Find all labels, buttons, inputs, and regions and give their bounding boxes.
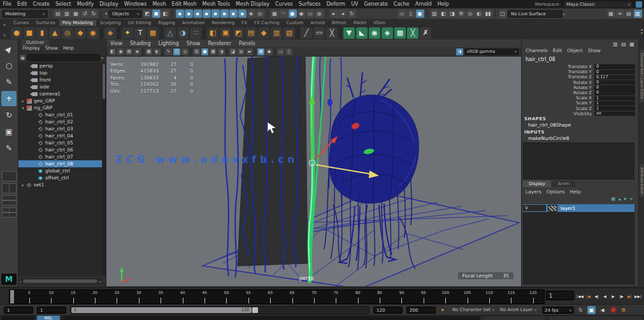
outliner-item-persp[interactable]: persp: [18, 62, 102, 69]
outliner-toggle-icon[interactable]: ▤: [625, 10, 633, 18]
isolate-select-icon[interactable]: ▭: [277, 48, 284, 55]
retopologize-icon[interactable]: ◈: [382, 27, 393, 39]
step-back-key-button[interactable]: |◀: [584, 290, 592, 302]
menu-uv[interactable]: UV: [348, 1, 361, 7]
render-current-frame-icon[interactable]: ◧: [440, 10, 448, 18]
outliner-item-hair_ctrl_03[interactable]: ◇hair_ctrl_03: [18, 125, 102, 132]
menu-cache[interactable]: Cache: [390, 1, 412, 7]
joints-x-ray-icon[interactable]: ◎: [182, 48, 189, 55]
mask-misc-icon[interactable]: ▪: [238, 10, 247, 18]
menu-surfaces[interactable]: Surfaces: [296, 1, 324, 7]
playback-end-field[interactable]: 120: [373, 307, 403, 314]
mask-joints-icon[interactable]: ▪: [185, 10, 193, 18]
layer-row[interactable]: Vlayer1: [523, 204, 634, 212]
menu-mesh-tools[interactable]: Mesh Tools: [199, 1, 233, 7]
highlight-selection-icon[interactable]: ◎: [256, 10, 264, 18]
auto-keyframe-button[interactable]: ▣: [587, 306, 596, 314]
menu-edit[interactable]: Edit: [14, 1, 30, 7]
outliner-item-geo_GRP[interactable]: ▸geo_GRP: [18, 97, 102, 104]
shelf-tab-rendering[interactable]: Rendering: [209, 20, 238, 26]
layer-editor-tab-display[interactable]: Display: [523, 181, 551, 187]
command-language-toggle[interactable]: MEL: [37, 316, 60, 320]
lasso-tool-icon[interactable]: ○: [1, 58, 17, 73]
step-back-frame-button[interactable]: ◀|: [592, 290, 601, 302]
poly-cone-icon[interactable]: ▲: [49, 27, 61, 39]
channel-value-rotate-x[interactable]: 0: [594, 80, 635, 85]
channel-box-menu-edit[interactable]: Edit: [550, 48, 565, 53]
snap-projected-center-icon[interactable]: ◉: [297, 10, 306, 18]
side-tab-channel-box-layer-editor[interactable]: Channel Box / Layer Editor: [640, 50, 644, 102]
outliner-item-rig_GRP[interactable]: ▾rig_GRP: [18, 104, 102, 111]
quick-layout-button-4[interactable]: [2, 207, 17, 218]
scroll-right-icon[interactable]: ▸: [99, 279, 101, 283]
viewport-menu-lighting[interactable]: Lighting: [154, 41, 182, 46]
shape-node-name[interactable]: hair_ctrl_08Shape: [528, 122, 571, 128]
play-forward-button[interactable]: ▶: [609, 290, 617, 302]
platonic-solid-icon[interactable]: ◈: [104, 27, 116, 39]
menu-deform[interactable]: Deform: [324, 1, 348, 7]
outliner-item-hair_ctrl_04[interactable]: ◇hair_ctrl_04: [18, 132, 102, 139]
outliner-item-hair_ctrl_01[interactable]: ◇hair_ctrl_01: [18, 111, 102, 118]
shelf-tab-animation[interactable]: Animation: [179, 20, 208, 26]
fps-dropdown[interactable]: 24 fps ▾: [542, 307, 574, 314]
make-live-icon[interactable]: ◍: [315, 10, 324, 18]
shelf-tab-surfaces[interactable]: Surfaces: [32, 20, 58, 26]
outliner-menu-show[interactable]: Show: [43, 45, 61, 51]
move-layer-down-icon[interactable]: ▾: [624, 197, 627, 202]
shelf-menu-icon[interactable]: ▾: [3, 22, 5, 27]
snap-curve-icon[interactable]: ◠: [280, 10, 288, 18]
mute-icon[interactable]: ◀: [598, 306, 606, 314]
layer-editor-tab-icon[interactable]: ▤: [620, 41, 627, 47]
bridge-icon[interactable]: ▥: [271, 27, 282, 39]
layer-editor-menu-layers[interactable]: Layers: [523, 189, 544, 195]
outliner-item-hair_ctrl_08[interactable]: ◇hair_ctrl_08: [18, 160, 102, 167]
undo-icon[interactable]: ↺: [81, 10, 89, 18]
quad-draw-icon[interactable]: ▭: [313, 27, 325, 39]
channel-box-toggle-icon[interactable]: ▥: [634, 10, 642, 18]
layer-editor-menu-help[interactable]: Help: [568, 189, 583, 195]
lights-mode-icon[interactable]: ◑: [218, 48, 225, 55]
combine-icon[interactable]: ▣: [220, 27, 231, 39]
modeling-toolkit-toggle-icon[interactable]: ▭: [398, 10, 406, 18]
mask-curves-icon[interactable]: ▪: [194, 10, 202, 18]
range-bar-handle[interactable]: [252, 307, 258, 313]
channel-value-visibility[interactable]: on: [594, 111, 635, 116]
flip-icon[interactable]: ╳: [407, 27, 419, 39]
append-polygon-icon[interactable]: ╱: [301, 27, 312, 39]
range-slider-track[interactable]: 1 120: [70, 306, 369, 314]
mask-dynamics-icon[interactable]: ▪: [220, 10, 229, 18]
grease-pencil-icon[interactable]: ✎: [165, 48, 172, 55]
attribute-editor-tab-icon[interactable]: ▦: [629, 41, 635, 47]
workspace-select[interactable]: Maya Classic ▾: [563, 1, 633, 8]
smooth-mesh-icon[interactable]: ▼: [343, 27, 355, 39]
mask-handles-icon[interactable]: ▪: [176, 10, 184, 18]
step-forward-key-button[interactable]: ▶|: [626, 290, 634, 302]
object-mode-icon[interactable]: ◼: [152, 10, 161, 18]
layer-editor-menu-options[interactable]: Options: [544, 189, 568, 195]
expander-icon[interactable]: ▸: [20, 99, 25, 103]
mask-deformers-icon[interactable]: ▪: [211, 10, 220, 18]
multi-cut-icon[interactable]: ╳: [326, 27, 338, 39]
type-tool-icon[interactable]: T: [134, 27, 146, 39]
shelf-tab-fx[interactable]: FX: [238, 20, 250, 26]
shelf-tab-bifrost[interactable]: Bifrost: [329, 20, 350, 26]
go-to-end-button[interactable]: ▶▶|: [634, 290, 642, 302]
last-tool-icon[interactable]: ✎: [1, 141, 17, 156]
depth-of-field-icon[interactable]: ◆: [266, 48, 273, 55]
viewport-menu-view[interactable]: View: [106, 41, 126, 46]
menu-set-dropdown[interactable]: Modeling ▾: [2, 10, 48, 18]
delete-history-icon[interactable]: ✗: [420, 27, 431, 39]
menu-curves[interactable]: Curves: [272, 1, 296, 7]
snap-grid-icon[interactable]: ▦: [271, 10, 279, 18]
anim-layer-dropdown[interactable]: No Anim Layer ▾: [500, 307, 536, 312]
live-surface-field[interactable]: No Live Surface: [508, 10, 562, 18]
channel-value-rotate-z[interactable]: 0: [594, 90, 635, 95]
x-ray-icon[interactable]: ◫: [173, 48, 180, 55]
output-connections-icon[interactable]: ◂: [339, 10, 347, 18]
shaded-mode-icon[interactable]: ●: [201, 48, 208, 55]
shelf-tab-arnold[interactable]: Arnold: [307, 20, 328, 26]
layer-options-icon[interactable]: ▤: [611, 197, 615, 202]
motion-blur-icon[interactable]: ▰: [246, 48, 253, 55]
step-forward-frame-button[interactable]: |▶: [617, 290, 626, 302]
shadows-icon[interactable]: ◪: [229, 48, 236, 55]
